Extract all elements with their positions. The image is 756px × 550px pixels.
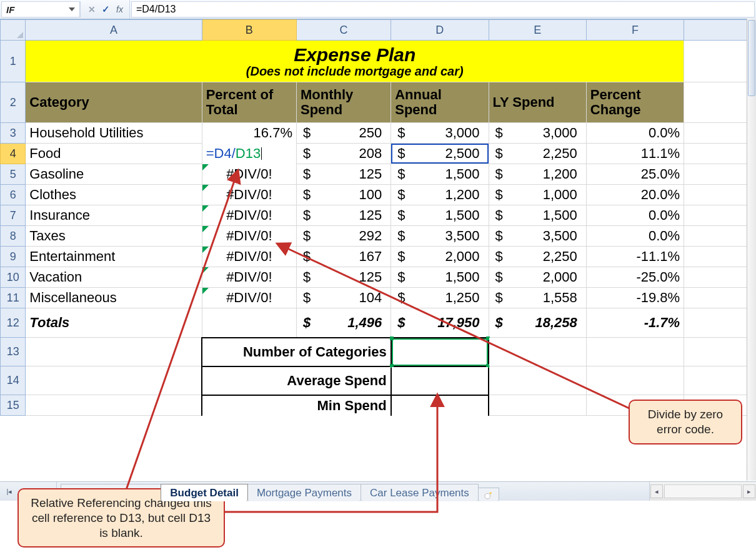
cell-f4[interactable]: 11.1% [586,144,684,164]
name-box[interactable]: IF [1,1,81,17]
cell-d5[interactable]: $1,500 [391,164,489,185]
cell-a11[interactable]: Miscellaneous [26,288,202,308]
hscroll-right-icon[interactable]: ▸ [743,484,755,498]
row-header-6[interactable]: 6 [1,185,26,205]
tab-nav-last-icon[interactable]: ▸| [41,486,52,497]
cell-d14[interactable] [391,366,489,395]
col-header-b[interactable]: B [202,20,296,41]
totals-ly[interactable]: $18,258 [489,308,586,338]
vertical-scrollbar[interactable] [747,19,756,481]
cell-f11[interactable]: -19.8% [586,288,684,308]
col-header-c[interactable]: C [296,20,390,41]
cell-c9[interactable]: $167 [296,247,390,267]
insert-function-icon[interactable]: fx [116,4,123,14]
row-header-10[interactable]: 10 [1,267,26,288]
formula-input[interactable]: =D4/D13 [131,1,755,17]
row-header-14[interactable]: 14 [1,366,26,395]
tab-nav-next-icon[interactable]: ▸ [29,486,40,497]
cell-b4[interactable]: =D4/D13 [202,144,296,164]
col-header-f[interactable]: F [586,20,684,41]
hdr-ly[interactable]: LY Spend [489,82,586,123]
row-header-11[interactable]: 11 [1,288,26,308]
hscroll-left-icon[interactable]: ◂ [650,484,663,498]
vertical-scrollbar-thumb[interactable] [748,20,755,96]
cell-a5[interactable]: Gasoline [26,164,202,185]
cell-d4[interactable]: $2,500 [391,144,489,164]
cell-b3[interactable]: 16.7% [202,123,296,144]
cell-d13[interactable] [391,338,489,366]
horizontal-scrollbar[interactable]: ◂ ▸ [649,482,756,501]
cell-e5[interactable]: $1,200 [489,164,586,185]
row-header-12[interactable]: 12 [1,308,26,338]
totals-annual[interactable]: $17,950 [391,308,489,338]
cell-f3[interactable]: 0.0% [586,123,684,144]
cell-d10[interactable]: $1,500 [391,267,489,288]
cell-f9[interactable]: -11.1% [586,247,684,267]
row-header-8[interactable]: 8 [1,226,26,247]
hdr-monthly[interactable]: Monthly Spend [296,82,390,123]
cell-a13[interactable] [26,338,202,366]
cell-c8[interactable]: $292 [296,226,390,247]
cell-a6[interactable]: Clothes [26,185,202,205]
totals-label[interactable]: Totals [26,308,202,338]
label-avg-spend[interactable]: Average Spend [202,366,391,395]
row-header-4[interactable]: 4 [1,144,26,164]
spreadsheet-grid[interactable]: A B C D E F 1 Expense Plan (Does not inc… [0,19,747,416]
cell-d7[interactable]: $1,500 [391,205,489,226]
cell-e4[interactable]: $2,250 [489,144,586,164]
label-num-categories[interactable]: Number of Categories [202,338,391,366]
cell-d9[interactable]: $2,000 [391,247,489,267]
hdr-pct[interactable]: Percent of Total [202,82,296,123]
cell-e9[interactable]: $2,250 [489,247,586,267]
title-cell[interactable]: Expense Plan (Does not include mortgage … [26,41,684,82]
hdr-annual[interactable]: Annual Spend [391,82,489,123]
row-header-1[interactable]: 1 [1,41,26,82]
cell-d15[interactable] [391,395,489,416]
cell-f13[interactable] [586,338,684,366]
cell-c4[interactable]: $208 [296,144,390,164]
cell-f5[interactable]: 25.0% [586,164,684,185]
cell-b6[interactable]: #DIV/0! [202,185,296,205]
col-header-d[interactable]: D [391,20,489,41]
cell-f10[interactable]: -25.0% [586,267,684,288]
cell-a8[interactable]: Taxes [26,226,202,247]
cell-d8[interactable]: $3,500 [391,226,489,247]
cell-e15[interactable] [489,395,586,416]
cell-b9[interactable]: #DIV/0! [202,247,296,267]
row-header-7[interactable]: 7 [1,205,26,226]
totals-change[interactable]: -1.7% [586,308,684,338]
cell-c10[interactable]: $125 [296,267,390,288]
cell-b11[interactable]: #DIV/0! [202,288,296,308]
cell-e11[interactable]: $1,558 [489,288,586,308]
cell-f14[interactable] [586,366,684,395]
cell-f7[interactable]: 0.0% [586,205,684,226]
row-header-5[interactable]: 5 [1,164,26,185]
cell-c3[interactable]: $250 [296,123,390,144]
row-header-2[interactable]: 2 [1,82,26,123]
cell-e6[interactable]: $1,000 [489,185,586,205]
cell-d3[interactable]: $3,000 [391,123,489,144]
cell-e7[interactable]: $1,500 [489,205,586,226]
tab-nav-prev-icon[interactable]: ◂ [16,486,27,497]
sheet-tab[interactable]: Budget Detail [161,484,248,501]
cell-f15[interactable] [586,395,684,416]
cell-f6[interactable]: 20.0% [586,185,684,205]
cell-a7[interactable]: Insurance [26,205,202,226]
insert-sheet-tab[interactable] [478,488,499,501]
cell-b7[interactable]: #DIV/0! [202,205,296,226]
cell-d6[interactable]: $1,200 [391,185,489,205]
cell-c6[interactable]: $100 [296,185,390,205]
cell-a3[interactable]: Household Utilities [26,123,202,144]
totals-monthly[interactable]: $1,496 [296,308,390,338]
cell-f8[interactable]: 0.0% [586,226,684,247]
row-header-9[interactable]: 9 [1,247,26,267]
row-header-3[interactable]: 3 [1,123,26,144]
row-header-15[interactable]: 15 [1,395,26,416]
cell-a4[interactable]: Food [26,144,202,164]
cell-e10[interactable]: $2,000 [489,267,586,288]
cell-c7[interactable]: $125 [296,205,390,226]
cell-e13[interactable] [489,338,586,366]
sheet-tab[interactable]: Car Lease Payments [361,484,479,501]
cell-c11[interactable]: $104 [296,288,390,308]
cell-e14[interactable] [489,366,586,395]
